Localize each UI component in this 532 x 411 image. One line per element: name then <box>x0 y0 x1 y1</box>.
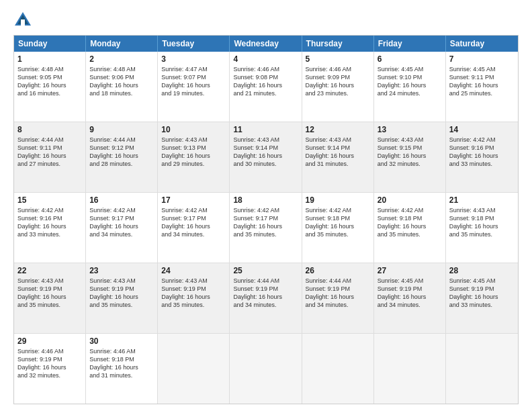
day-number: 21 <box>449 195 515 205</box>
calendar-row-1: 1Sunrise: 4:48 AM Sunset: 9:05 PM Daylig… <box>14 52 518 122</box>
day-number: 30 <box>89 336 154 346</box>
cell-content: Sunrise: 4:43 AM Sunset: 9:19 PM Dayligh… <box>89 277 154 310</box>
cell-content: Sunrise: 4:43 AM Sunset: 9:18 PM Dayligh… <box>449 206 515 239</box>
cal-cell-14: 14Sunrise: 4:42 AM Sunset: 9:16 PM Dayli… <box>446 122 518 192</box>
svg-rect-2 <box>21 19 25 26</box>
cal-cell-27: 27Sunrise: 4:45 AM Sunset: 9:19 PM Dayli… <box>374 263 446 333</box>
cell-content: Sunrise: 4:42 AM Sunset: 9:16 PM Dayligh… <box>17 206 82 239</box>
cal-cell-29: 29Sunrise: 4:46 AM Sunset: 9:19 PM Dayli… <box>14 334 86 404</box>
day-number: 27 <box>378 266 442 275</box>
cell-content: Sunrise: 4:45 AM Sunset: 9:19 PM Dayligh… <box>449 277 515 310</box>
cell-content: Sunrise: 4:46 AM Sunset: 9:09 PM Dayligh… <box>306 65 370 98</box>
calendar-header: SundayMondayTuesdayWednesdayThursdayFrid… <box>14 36 518 52</box>
cell-content: Sunrise: 4:44 AM Sunset: 9:19 PM Dayligh… <box>306 277 370 310</box>
cell-content: Sunrise: 4:48 AM Sunset: 9:05 PM Dayligh… <box>17 65 82 98</box>
day-number: 2 <box>89 54 154 64</box>
day-number: 24 <box>161 266 226 275</box>
cell-content: Sunrise: 4:46 AM Sunset: 9:18 PM Dayligh… <box>89 347 154 380</box>
cal-cell-7: 7Sunrise: 4:45 AM Sunset: 9:11 PM Daylig… <box>446 52 518 122</box>
day-number: 14 <box>449 125 515 134</box>
day-number: 7 <box>449 54 515 64</box>
calendar-body: 1Sunrise: 4:48 AM Sunset: 9:05 PM Daylig… <box>14 52 518 404</box>
day-number: 20 <box>378 195 442 205</box>
header-cell-monday: Monday <box>86 36 158 52</box>
day-number: 25 <box>233 266 298 275</box>
cal-cell-10: 10Sunrise: 4:43 AM Sunset: 9:13 PM Dayli… <box>158 122 230 192</box>
cal-cell-13: 13Sunrise: 4:43 AM Sunset: 9:15 PM Dayli… <box>374 122 446 192</box>
cal-cell-empty <box>446 334 518 404</box>
day-number: 15 <box>17 195 82 205</box>
header <box>13 11 519 30</box>
header-cell-wednesday: Wednesday <box>230 36 302 52</box>
day-number: 10 <box>161 125 226 134</box>
cal-cell-11: 11Sunrise: 4:43 AM Sunset: 9:14 PM Dayli… <box>230 122 302 192</box>
day-number: 26 <box>306 266 370 275</box>
day-number: 11 <box>233 125 298 134</box>
cell-content: Sunrise: 4:45 AM Sunset: 9:11 PM Dayligh… <box>449 65 515 98</box>
day-number: 17 <box>161 195 226 205</box>
logo-icon <box>13 11 32 30</box>
cell-content: Sunrise: 4:42 AM Sunset: 9:18 PM Dayligh… <box>306 206 370 239</box>
cal-cell-1: 1Sunrise: 4:48 AM Sunset: 9:05 PM Daylig… <box>14 52 86 122</box>
header-cell-tuesday: Tuesday <box>158 36 230 52</box>
cell-content: Sunrise: 4:43 AM Sunset: 9:13 PM Dayligh… <box>161 136 226 169</box>
day-number: 9 <box>89 125 154 134</box>
cal-cell-empty <box>374 334 446 404</box>
cal-cell-empty <box>230 334 302 404</box>
cell-content: Sunrise: 4:43 AM Sunset: 9:15 PM Dayligh… <box>378 136 442 169</box>
day-number: 3 <box>161 54 226 64</box>
cell-content: Sunrise: 4:42 AM Sunset: 9:18 PM Dayligh… <box>378 206 442 239</box>
page: SundayMondayTuesdayWednesdayThursdayFrid… <box>0 0 532 411</box>
cell-content: Sunrise: 4:47 AM Sunset: 9:07 PM Dayligh… <box>161 65 226 98</box>
cal-cell-21: 21Sunrise: 4:43 AM Sunset: 9:18 PM Dayli… <box>446 193 518 263</box>
cal-cell-17: 17Sunrise: 4:42 AM Sunset: 9:17 PM Dayli… <box>158 193 230 263</box>
cell-content: Sunrise: 4:42 AM Sunset: 9:16 PM Dayligh… <box>449 136 515 169</box>
cell-content: Sunrise: 4:42 AM Sunset: 9:17 PM Dayligh… <box>89 206 154 239</box>
cal-cell-24: 24Sunrise: 4:43 AM Sunset: 9:19 PM Dayli… <box>158 263 230 333</box>
day-number: 19 <box>306 195 370 205</box>
day-number: 23 <box>89 266 154 275</box>
cell-content: Sunrise: 4:44 AM Sunset: 9:12 PM Dayligh… <box>89 136 154 169</box>
header-cell-sunday: Sunday <box>14 36 86 52</box>
cal-cell-18: 18Sunrise: 4:42 AM Sunset: 9:17 PM Dayli… <box>230 193 302 263</box>
cal-cell-26: 26Sunrise: 4:44 AM Sunset: 9:19 PM Dayli… <box>302 263 374 333</box>
cell-content: Sunrise: 4:46 AM Sunset: 9:08 PM Dayligh… <box>233 65 298 98</box>
calendar-row-3: 15Sunrise: 4:42 AM Sunset: 9:16 PM Dayli… <box>14 192 518 263</box>
calendar-row-4: 22Sunrise: 4:43 AM Sunset: 9:19 PM Dayli… <box>14 263 518 333</box>
logo <box>13 11 35 30</box>
header-cell-friday: Friday <box>374 36 446 52</box>
day-number: 22 <box>17 266 82 275</box>
cal-cell-2: 2Sunrise: 4:48 AM Sunset: 9:06 PM Daylig… <box>86 52 158 122</box>
cell-content: Sunrise: 4:44 AM Sunset: 9:19 PM Dayligh… <box>233 277 298 310</box>
cell-content: Sunrise: 4:45 AM Sunset: 9:10 PM Dayligh… <box>378 65 442 98</box>
cal-cell-empty <box>302 334 374 404</box>
cal-cell-8: 8Sunrise: 4:44 AM Sunset: 9:11 PM Daylig… <box>14 122 86 192</box>
cal-cell-22: 22Sunrise: 4:43 AM Sunset: 9:19 PM Dayli… <box>14 263 86 333</box>
cell-content: Sunrise: 4:43 AM Sunset: 9:14 PM Dayligh… <box>306 136 370 169</box>
cell-content: Sunrise: 4:43 AM Sunset: 9:19 PM Dayligh… <box>17 277 82 310</box>
calendar: SundayMondayTuesdayWednesdayThursdayFrid… <box>13 35 519 404</box>
cal-cell-20: 20Sunrise: 4:42 AM Sunset: 9:18 PM Dayli… <box>374 193 446 263</box>
calendar-row-5: 29Sunrise: 4:46 AM Sunset: 9:19 PM Dayli… <box>14 333 518 404</box>
cal-cell-19: 19Sunrise: 4:42 AM Sunset: 9:18 PM Dayli… <box>302 193 374 263</box>
header-cell-saturday: Saturday <box>446 36 518 52</box>
day-number: 18 <box>233 195 298 205</box>
day-number: 5 <box>306 54 370 64</box>
day-number: 6 <box>378 54 442 64</box>
day-number: 8 <box>17 125 82 134</box>
cal-cell-3: 3Sunrise: 4:47 AM Sunset: 9:07 PM Daylig… <box>158 52 230 122</box>
cell-content: Sunrise: 4:42 AM Sunset: 9:17 PM Dayligh… <box>233 206 298 239</box>
day-number: 12 <box>306 125 370 134</box>
cal-cell-30: 30Sunrise: 4:46 AM Sunset: 9:18 PM Dayli… <box>86 334 158 404</box>
day-number: 29 <box>17 336 82 346</box>
cell-content: Sunrise: 4:43 AM Sunset: 9:14 PM Dayligh… <box>233 136 298 169</box>
cal-cell-25: 25Sunrise: 4:44 AM Sunset: 9:19 PM Dayli… <box>230 263 302 333</box>
cell-content: Sunrise: 4:46 AM Sunset: 9:19 PM Dayligh… <box>17 347 82 380</box>
cal-cell-6: 6Sunrise: 4:45 AM Sunset: 9:10 PM Daylig… <box>374 52 446 122</box>
day-number: 13 <box>378 125 442 134</box>
cal-cell-9: 9Sunrise: 4:44 AM Sunset: 9:12 PM Daylig… <box>86 122 158 192</box>
cell-content: Sunrise: 4:48 AM Sunset: 9:06 PM Dayligh… <box>89 65 154 98</box>
cal-cell-5: 5Sunrise: 4:46 AM Sunset: 9:09 PM Daylig… <box>302 52 374 122</box>
calendar-row-2: 8Sunrise: 4:44 AM Sunset: 9:11 PM Daylig… <box>14 122 518 192</box>
day-number: 16 <box>89 195 154 205</box>
